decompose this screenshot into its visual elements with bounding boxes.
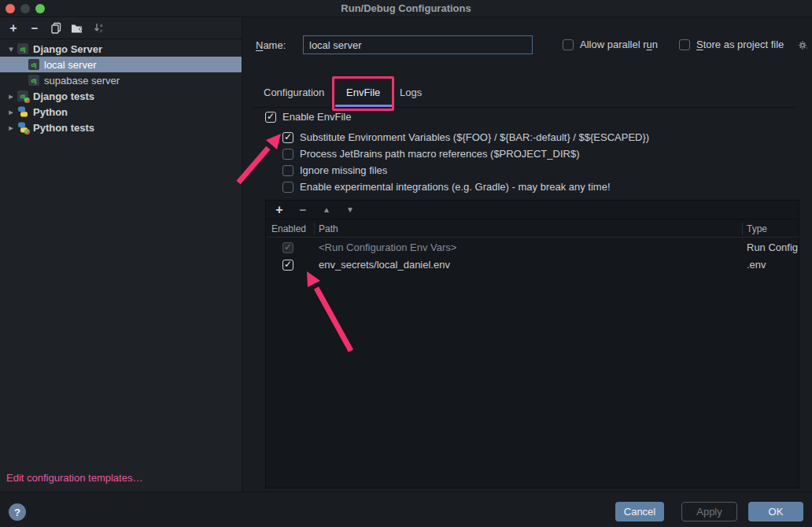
store-settings-gear-icon[interactable] [797, 39, 809, 53]
env-file-type: .env [747, 259, 766, 271]
django-icon [28, 75, 39, 86]
option-label: Enable EnvFile [282, 111, 351, 123]
window-title: Run/Debug Configurations [0, 0, 812, 17]
checkbox-icon[interactable] [282, 165, 293, 176]
tree-group-python-tests[interactable]: Python tests [0, 120, 242, 135]
option-label: Enable experimental integrations (e.g. G… [300, 181, 611, 193]
checkbox-icon[interactable] [282, 182, 293, 193]
store-as-project-file-label: Store as project file [696, 39, 784, 50]
svg-text:a: a [100, 23, 103, 28]
configurations-sidebar: az Django Server local server supabase s… [0, 17, 242, 492]
checkbox-checked-icon[interactable] [282, 260, 293, 271]
ok-button[interactable]: OK [748, 502, 803, 521]
checkbox-icon[interactable] [679, 39, 690, 50]
django-icon [28, 59, 39, 70]
new-folder-icon[interactable] [70, 21, 84, 35]
table-row-run-config-env-vars[interactable]: <Run Configuration Env Vars> Run Config [266, 239, 799, 256]
table-header: Enabled Path Type [266, 220, 799, 238]
checkbox-locked-icon [282, 242, 293, 253]
name-label: Name: [256, 39, 286, 51]
chevron-right-icon[interactable] [5, 91, 17, 101]
active-tab-underline [335, 105, 393, 107]
move-down-icon[interactable] [343, 203, 357, 217]
sort-alphabetically-icon[interactable]: az [91, 21, 105, 35]
tree-label: Python tests [33, 122, 94, 134]
env-file-path: <Run Configuration Env Vars> [319, 241, 456, 253]
checkbox-checked-icon[interactable] [282, 132, 293, 143]
ignore-missing-files-checkbox[interactable]: Ignore missing files [282, 164, 387, 176]
tree-group-django-server[interactable]: Django Server [0, 41, 242, 57]
name-input[interactable] [303, 35, 533, 54]
tree-label: Django tests [33, 90, 94, 102]
sidebar-toolbar: az [0, 17, 242, 39]
tree-label: Python [33, 106, 68, 118]
experimental-integrations-checkbox[interactable]: Enable experimental integrations (e.g. G… [282, 181, 611, 193]
help-button[interactable]: ? [9, 503, 26, 521]
configurations-tree: Django Server local server supabase serv… [0, 41, 242, 135]
checkbox-icon[interactable] [563, 39, 574, 50]
table-row-env-secrets[interactable]: env_secrets/local_daniel.env .env [266, 256, 799, 274]
django-icon [17, 43, 28, 54]
tab-configuration[interactable]: Configuration [264, 87, 324, 98]
add-configuration-icon[interactable] [6, 21, 20, 35]
tree-label: local server [44, 59, 96, 71]
django-tests-icon [17, 90, 28, 101]
allow-parallel-run-label: Allow parallel run [580, 39, 658, 50]
tree-group-python[interactable]: Python [0, 104, 242, 120]
title-bar: Run/Debug Configurations [0, 0, 812, 17]
chevron-right-icon[interactable] [5, 107, 17, 117]
column-header-enabled: Enabled [271, 223, 306, 234]
process-path-macro-checkbox[interactable]: Process JetBrains path macro references … [282, 148, 579, 160]
svg-text:z: z [100, 28, 102, 33]
tree-item-supabase-server[interactable]: supabase server [0, 72, 242, 88]
env-file-path: env_secrets/local_daniel.env [319, 259, 450, 271]
tab-envfile[interactable]: EnvFile [346, 87, 380, 98]
table-toolbar [266, 201, 799, 219]
tab-strip-divider [253, 107, 796, 108]
chevron-down-icon[interactable] [5, 44, 17, 54]
remove-env-file-icon[interactable] [296, 203, 310, 217]
column-header-path: Path [319, 223, 338, 234]
checkbox-checked-icon[interactable] [265, 112, 276, 123]
allow-parallel-run-checkbox[interactable]: Allow parallel run [563, 39, 658, 50]
option-label: Process JetBrains path macro references … [300, 148, 579, 160]
edit-configuration-templates-link[interactable]: Edit configuration templates… [6, 472, 142, 484]
python-icon [17, 106, 28, 117]
python-tests-icon [17, 122, 28, 133]
tree-label: Django Server [33, 43, 102, 55]
store-as-project-file-checkbox[interactable]: Store as project file [679, 39, 784, 50]
checkbox-icon[interactable] [282, 149, 293, 160]
tree-item-local-server[interactable]: local server [0, 57, 242, 72]
remove-configuration-icon[interactable] [28, 21, 42, 35]
chevron-right-icon[interactable] [5, 123, 17, 133]
option-label: Ignore missing files [300, 164, 387, 176]
enable-envfile-checkbox[interactable]: Enable EnvFile [265, 111, 351, 123]
column-header-type: Type [747, 223, 767, 234]
run-debug-configurations-dialog: Run/Debug Configurations az Django Serve… [0, 0, 812, 527]
option-label: Substitute Environment Variables (${FOO}… [300, 131, 649, 143]
env-files-table: Enabled Path Type <Run Configuration Env… [265, 200, 799, 488]
tab-logs[interactable]: Logs [400, 87, 422, 98]
tree-label: supabase server [44, 75, 120, 87]
tree-group-django-tests[interactable]: Django tests [0, 88, 242, 104]
substitute-env-vars-checkbox[interactable]: Substitute Environment Variables (${FOO}… [282, 131, 649, 143]
configuration-editor-panel: Name: Allow parallel run Store as projec… [242, 17, 812, 492]
cancel-button[interactable]: Cancel [615, 502, 664, 521]
add-env-file-icon[interactable] [272, 203, 286, 217]
move-up-icon[interactable] [319, 203, 334, 217]
apply-button[interactable]: Apply [681, 502, 737, 521]
dialog-footer: ? Cancel Apply OK [0, 492, 812, 527]
env-file-type: Run Config [747, 241, 798, 253]
copy-configuration-icon[interactable] [49, 21, 63, 35]
